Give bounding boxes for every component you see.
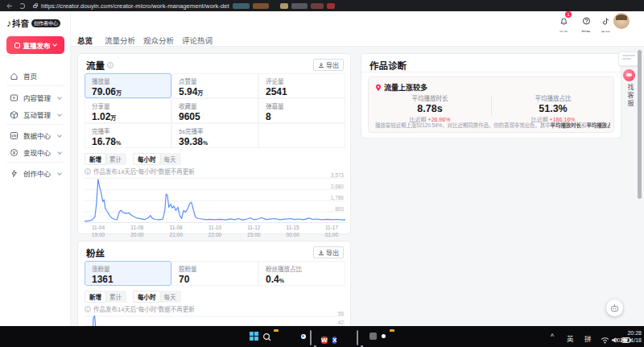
ssl-lock-icon — [33, 5, 37, 8]
toggle-daily[interactable]: 每天 — [160, 154, 180, 164]
bookmark-chip[interactable] — [311, 3, 324, 9]
taskbar-clock[interactable]: 20:282025/11/18 — [613, 329, 642, 344]
granularity-toggle: 每小时每天 — [133, 153, 181, 165]
bookmark-chip[interactable] — [233, 3, 250, 9]
toggle-cumulative[interactable]: 累计 — [105, 291, 126, 302]
toggle-hourly[interactable]: 每小时 — [134, 291, 160, 302]
app-icon-monitor[interactable] — [310, 331, 320, 341]
bookmark-chip[interactable] — [291, 3, 308, 9]
app-icon-purple[interactable] — [345, 331, 355, 341]
notification-badge: 1 — [565, 11, 572, 18]
bookmark-chip[interactable] — [253, 3, 269, 9]
y-axis-label: 2,680 — [331, 184, 344, 189]
metric-tile-completion-rate[interactable]: 完播率16.78% — [85, 123, 171, 148]
tab-comment-words[interactable]: 评论热词 — [182, 35, 213, 46]
assistant-mascot-icon[interactable] — [623, 69, 635, 81]
file-explorer-icon[interactable] — [274, 331, 284, 341]
sidebar-item-home[interactable]: 首页 — [0, 69, 71, 82]
diagnosis-metric-ratio: 平均播放占比 51.3% 比近期 +186.16% — [492, 93, 614, 123]
app-icon-small[interactable] — [368, 331, 378, 341]
chevron-down-icon — [57, 112, 62, 117]
metric-tile-danmaku[interactable]: 弹幕量8 — [258, 98, 345, 123]
chart-note: 作品发布14天后“每小时”数据不再更新 — [85, 167, 195, 176]
brand-name: 抖音 — [12, 17, 29, 29]
export-button[interactable]: 导出 — [313, 246, 344, 258]
metric-tile-favorites[interactable]: 收藏量9605 — [171, 98, 258, 123]
metric-tile-comments[interactable]: 评论量2541 — [258, 73, 345, 98]
diagnosis-card: 作品诊断 流量上涨较多 平均播放时长 8.78s 比近期 +26.96% 平均播… — [361, 53, 621, 138]
tab-audience-analysis[interactable]: 观众分析 — [143, 35, 174, 46]
creation-icon — [10, 169, 19, 178]
sidebar-item-data-center[interactable]: 数据中心 — [0, 129, 71, 142]
y-axis-label: 893 — [335, 206, 344, 212]
metric-tile-5s-completion-rate[interactable]: 5s完播率39.38% — [171, 123, 258, 148]
diagnosis-metric-duration: 平均播放时长 8.78s 比近期 +26.96% — [369, 93, 491, 123]
diagnosis-box: 流量上涨较多 平均播放时长 8.78s 比近期 +26.96% 平均播放占比 5… — [368, 76, 614, 133]
app-icon-red[interactable] — [378, 331, 389, 341]
back-icon[interactable] — [6, 2, 13, 10]
fans-metrics-grid: 涨粉量1361 脱粉量70 粉丝播放占比0.4% — [85, 261, 345, 286]
y-axis-label: 42 — [338, 320, 344, 325]
edge-icon[interactable] — [286, 331, 296, 341]
app-icon-x[interactable]: X — [332, 331, 343, 341]
wifi-icon[interactable] — [601, 333, 611, 343]
publish-button[interactable]: 直播发布 — [6, 36, 64, 54]
assistant-vertical-label[interactable]: 找客服 — [625, 84, 634, 108]
page-header: 1 消息 帮助 主站 — [71, 11, 644, 32]
metric-tile-followers-gained[interactable]: 涨粉量1361 — [85, 261, 171, 286]
metric-tile-shares[interactable]: 分享量1.02万 — [85, 98, 171, 123]
start-button[interactable] — [250, 331, 260, 341]
pin-icon — [375, 84, 382, 92]
info-icon[interactable] — [107, 62, 114, 68]
metric-tile-plays[interactable]: 播放量79.06万 — [85, 73, 171, 98]
sidebar-item-creation-center[interactable]: 创作中心 — [0, 167, 71, 180]
assistant-tooltip — [618, 52, 639, 66]
publish-icon — [14, 43, 20, 48]
ime-pinyin-indicator[interactable]: 拼 — [584, 333, 592, 343]
avatar[interactable] — [613, 13, 630, 29]
toggle-new[interactable]: 新增 — [85, 291, 105, 302]
tab-overview[interactable]: 总览 — [77, 35, 93, 46]
y-axis-label: 1,786 — [331, 195, 344, 200]
export-button[interactable]: 导出 — [313, 59, 344, 71]
assistant-button[interactable] — [606, 299, 623, 316]
wps-icon[interactable]: W — [321, 331, 332, 341]
chrome-icon[interactable] — [298, 331, 308, 341]
ime-english-indicator[interactable]: 英 — [567, 333, 574, 343]
search-button[interactable] — [262, 331, 272, 341]
bookmark-chip[interactable] — [280, 3, 288, 9]
metric-tile-likes[interactable]: 点赞量5.94万 — [171, 73, 258, 98]
traffic-toggles: 新增累计 每小时每天 — [85, 153, 181, 165]
folder-icon[interactable] — [390, 331, 400, 341]
help-icon — [582, 17, 591, 25]
tab-traffic-analysis[interactable]: 流量分析 — [105, 35, 135, 46]
sidebar-item-interaction[interactable]: 互动管理 — [0, 108, 71, 121]
bookmark-chip[interactable] — [327, 3, 335, 9]
info-icon — [85, 306, 91, 312]
content-icon — [10, 93, 19, 102]
metric-tile-followers-lost[interactable]: 脱粉量70 — [171, 261, 258, 286]
mode-toggle: 新增累计 — [85, 153, 126, 165]
url-text[interactable]: https://creator.douyin.com/creator-micro… — [41, 2, 229, 10]
scrollbar-thumb[interactable] — [638, 50, 642, 199]
screen: https://creator.douyin.com/creator-micro… — [0, 0, 644, 347]
sidebar-item-content[interactable]: 内容管理 — [0, 91, 71, 104]
toggle-hourly[interactable]: 每小时 — [134, 154, 160, 164]
toggle-daily[interactable]: 每天 — [160, 291, 180, 302]
diagnosis-tag: 流量上涨较多 — [384, 82, 427, 93]
metric-tile-fan-play-ratio[interactable]: 粉丝播放占比0.4% — [258, 261, 345, 286]
chart-note: 作品发布14天后“每小时”数据不再更新 — [85, 304, 195, 313]
app-icon-dark-monitor[interactable] — [357, 331, 367, 341]
sidebar-item-monetize-center[interactable]: 变现中心 — [0, 146, 71, 159]
toggle-new[interactable]: 新增 — [85, 154, 105, 164]
granularity-toggle: 每小时每天 — [133, 291, 181, 303]
traffic-metrics-grid: 播放量79.06万 点赞量5.94万 评论量2541 分享量1.02万 收藏量9… — [85, 73, 345, 148]
browser-address-bar: https://creator.douyin.com/creator-micro… — [0, 0, 644, 11]
chevron-down-icon — [57, 171, 62, 176]
tray-expand-caret[interactable]: ^ — [551, 333, 554, 341]
metric-tile-empty — [258, 123, 345, 148]
data-icon — [10, 131, 19, 140]
refresh-icon[interactable] — [19, 3, 25, 9]
douyin-logo[interactable]: ♪ 抖音 创作者中心 — [6, 17, 60, 29]
toggle-cumulative[interactable]: 累计 — [105, 154, 126, 164]
